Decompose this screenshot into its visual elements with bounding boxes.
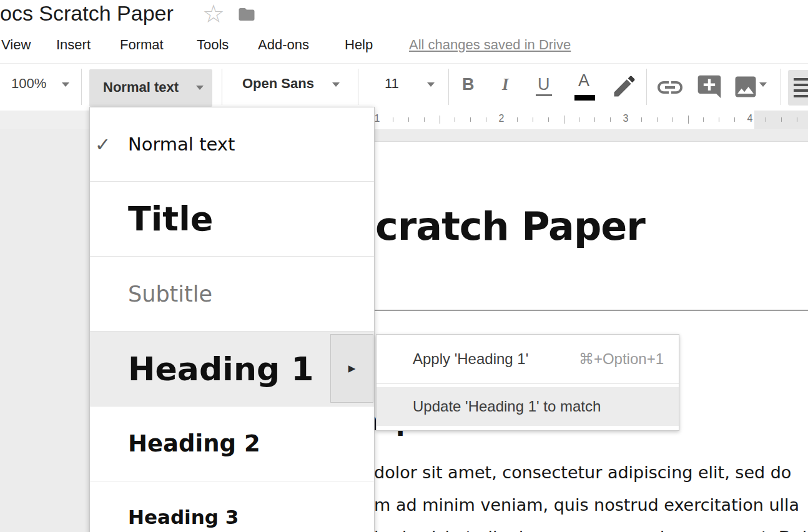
ruler-tick bbox=[797, 117, 797, 122]
paragraph-style-select[interactable]: Normal text bbox=[89, 69, 212, 107]
ruler-number: 2 bbox=[499, 113, 505, 124]
insert-comment-icon[interactable] bbox=[696, 73, 723, 101]
check-icon: ✓ bbox=[95, 134, 111, 155]
toolbar-separator bbox=[358, 69, 358, 105]
paragraph-style-menu: ✓ Normal text Title Subtitle Heading 1 ▶… bbox=[89, 107, 375, 532]
ruler-tick bbox=[486, 117, 486, 122]
body-text-line[interactable]: dolor sit amet, consectetur adipiscing e… bbox=[374, 463, 791, 482]
menu-insert[interactable]: Insert bbox=[56, 37, 91, 53]
submenu-arrow-icon: ▶ bbox=[348, 363, 356, 374]
folder-icon[interactable] bbox=[236, 5, 257, 24]
toolbar-separator bbox=[646, 69, 647, 105]
image-caret-icon[interactable] bbox=[759, 82, 767, 87]
ruler-tick bbox=[719, 117, 719, 122]
update-heading-1-item[interactable]: Update 'Heading 1' to match bbox=[377, 387, 679, 426]
apply-heading-1-item[interactable]: Apply 'Heading 1' ⌘+Option+1 bbox=[377, 335, 679, 384]
star-icon[interactable]: ☆ bbox=[202, 0, 225, 27]
ruler-tick bbox=[393, 117, 393, 122]
menu-view[interactable]: View bbox=[1, 37, 31, 53]
ruler-tick bbox=[424, 117, 425, 122]
menu-tools[interactable]: Tools bbox=[197, 37, 229, 53]
ruler-tick bbox=[610, 117, 611, 122]
style-option-title[interactable]: Title bbox=[90, 181, 374, 256]
text-color-swatch bbox=[574, 95, 595, 101]
bold-button[interactable]: B bbox=[462, 75, 475, 94]
ruler-tick bbox=[455, 117, 455, 122]
heading-1-submenu: Apply 'Heading 1' ⌘+Option+1 Update 'Hea… bbox=[376, 334, 679, 431]
google-docs-window: { "titlebar": { "title": "ocs Scratch Pa… bbox=[0, 0, 808, 532]
insert-link-icon[interactable] bbox=[654, 72, 686, 102]
ruler-tick bbox=[408, 117, 409, 122]
style-caret-icon bbox=[196, 86, 204, 90]
ruler-tick bbox=[594, 117, 595, 122]
ruler-tick bbox=[734, 117, 735, 122]
style-option-heading-2[interactable]: Heading 2 bbox=[90, 406, 374, 481]
titlebar: ocs Scratch Paper ☆ bbox=[0, 0, 808, 31]
toolbar-separator bbox=[781, 69, 781, 105]
zoom-select[interactable]: 100% bbox=[11, 76, 46, 92]
italic-button[interactable]: I bbox=[502, 75, 509, 94]
body-text-line[interactable]: boris nisi ut aliquip ex ea commodo cons… bbox=[374, 528, 808, 532]
zoom-caret-icon bbox=[62, 82, 69, 87]
menubar: View Insert Format Tools Add-ons Help Al… bbox=[0, 31, 808, 64]
align-icon bbox=[794, 78, 808, 81]
ruler-tick bbox=[564, 116, 564, 124]
ruler-tick bbox=[579, 117, 579, 122]
ruler-tick bbox=[688, 116, 689, 124]
keyboard-shortcut: ⌘+Option+1 bbox=[579, 350, 664, 368]
ruler-tick bbox=[517, 117, 518, 122]
menu-addons[interactable]: Add-ons bbox=[258, 37, 309, 53]
ruler-number: 4 bbox=[747, 113, 753, 124]
insert-image-icon[interactable] bbox=[732, 73, 759, 101]
font-size-caret-icon bbox=[427, 82, 435, 87]
ruler-tick bbox=[548, 117, 549, 122]
heading-1-submenu-button[interactable]: ▶ bbox=[330, 334, 373, 403]
ruler-tick bbox=[766, 117, 766, 122]
toolbar-separator bbox=[222, 69, 222, 105]
document-title[interactable]: ocs Scratch Paper bbox=[0, 1, 174, 26]
text-color-button[interactable]: A bbox=[578, 71, 589, 91]
menu-format[interactable]: Format bbox=[120, 37, 164, 53]
save-status-link[interactable]: All changes saved in Drive bbox=[409, 37, 571, 53]
toolbar-separator bbox=[81, 69, 82, 105]
font-size-select[interactable]: 11 bbox=[385, 76, 399, 92]
highlight-pen-icon[interactable] bbox=[611, 72, 638, 100]
underline-button[interactable]: U bbox=[536, 75, 552, 96]
style-option-heading-1[interactable]: Heading 1 ▶ bbox=[90, 331, 374, 406]
ruler-number: 1 bbox=[375, 113, 380, 124]
ruler-tick bbox=[470, 117, 471, 122]
ruler-tick bbox=[533, 117, 533, 122]
paragraph-style-value: Normal text bbox=[103, 79, 179, 96]
toolbar-separator bbox=[448, 69, 449, 105]
page-heading-title[interactable]: cratch Paper bbox=[375, 204, 645, 249]
ruler-tick bbox=[781, 117, 782, 122]
ruler-tick bbox=[440, 116, 440, 124]
body-text-line[interactable]: m ad minim veniam, quis nostrud exercita… bbox=[374, 495, 799, 515]
ruler-tick bbox=[673, 117, 673, 122]
style-option-subtitle[interactable]: Subtitle bbox=[90, 256, 374, 331]
ruler-number: 3 bbox=[623, 113, 629, 124]
ruler-tick bbox=[703, 117, 704, 122]
ruler-tick bbox=[657, 117, 658, 122]
font-select[interactable]: Open Sans bbox=[242, 76, 314, 92]
menu-help[interactable]: Help bbox=[345, 37, 373, 53]
ruler-tick bbox=[641, 117, 642, 122]
font-caret-icon bbox=[332, 82, 340, 87]
style-option-normal-text[interactable]: ✓ Normal text bbox=[90, 107, 374, 181]
toolbar: 100% Normal text Open Sans 11 B I U A bbox=[0, 64, 808, 111]
style-option-heading-3[interactable]: Heading 3 bbox=[90, 481, 374, 532]
align-button[interactable] bbox=[788, 70, 808, 106]
